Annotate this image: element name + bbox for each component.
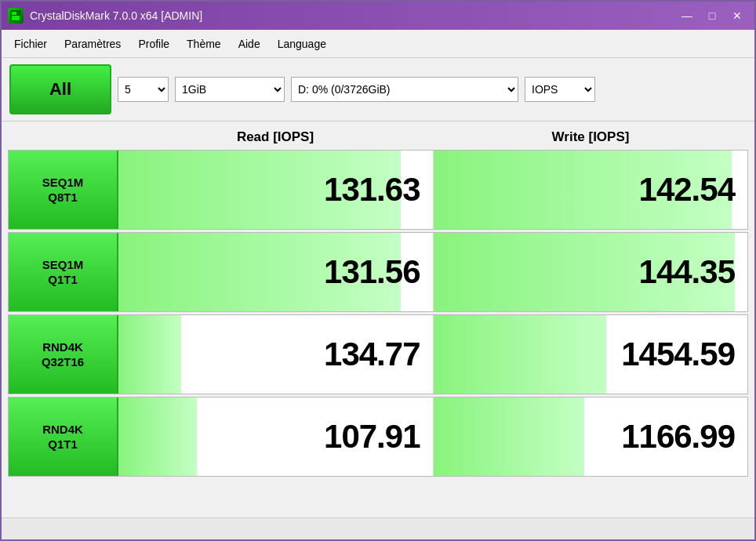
read-bar-2: [118, 315, 181, 394]
data-rows-container: SEQ1MQ8T1 131.63 142.54 SEQ1MQ1T1 131.56…: [8, 150, 748, 479]
row-label-0: SEQ1MQ8T1: [9, 151, 118, 229]
svg-rect-2: [12, 12, 16, 15]
write-cell-3: 1166.99: [434, 398, 748, 476]
menu-profile[interactable]: Profile: [130, 34, 177, 53]
window-title: CrystalDiskMark 7.0.0 x64 [ADMIN]: [30, 9, 202, 22]
read-cell-2: 134.77: [118, 315, 434, 394]
write-value-0: 142.54: [639, 171, 735, 209]
data-row: SEQ1MQ8T1 131.63 142.54: [8, 150, 748, 230]
minimize-button[interactable]: —: [676, 7, 698, 24]
toolbar: All 5 1GiB D: 0% (0/3726GiB) IOPS: [2, 58, 754, 122]
read-value-0: 131.63: [324, 171, 420, 209]
data-row: RND4KQ32T16 134.77 1454.59: [8, 314, 748, 394]
write-value-2: 1454.59: [621, 336, 735, 373]
maximize-button[interactable]: □: [701, 7, 723, 24]
row-label-1: SEQ1MQ1T1: [9, 233, 118, 311]
write-cell-1: 144.35: [434, 233, 748, 311]
all-button[interactable]: All: [9, 64, 111, 114]
title-bar-controls: — □ ✕: [676, 7, 748, 24]
read-value-1: 131.56: [324, 253, 420, 291]
write-value-1: 144.35: [639, 253, 735, 291]
menu-parametres[interactable]: Paramètres: [56, 34, 129, 53]
svg-rect-1: [12, 16, 20, 20]
write-cell-2: 1454.59: [434, 315, 748, 394]
drive-select[interactable]: D: 0% (0/3726GiB): [291, 77, 518, 102]
title-bar: CrystalDiskMark 7.0.0 x64 [ADMIN] — □ ✕: [2, 2, 754, 30]
header-write: Write [IOPS]: [433, 126, 748, 148]
data-row: SEQ1MQ1T1 131.56 144.35: [8, 232, 748, 312]
status-bar: [2, 517, 754, 539]
read-cell-0: 131.63: [118, 151, 434, 229]
app-icon: [8, 8, 24, 24]
mode-select[interactable]: IOPS: [525, 77, 595, 102]
size-select[interactable]: 1GiB: [175, 77, 285, 102]
runs-select[interactable]: 5: [118, 77, 169, 102]
read-bar-3: [118, 398, 197, 476]
menu-theme[interactable]: Thème: [179, 34, 229, 53]
write-bar-3: [434, 398, 584, 476]
row-label-2: RND4KQ32T16: [9, 315, 118, 394]
write-value-3: 1166.99: [621, 418, 735, 456]
read-cell-1: 131.56: [118, 233, 434, 311]
content-area: Read [IOPS] Write [IOPS] SEQ1MQ8T1 131.6…: [2, 122, 754, 517]
menu-aide[interactable]: Aide: [231, 34, 268, 53]
read-value-3: 107.91: [324, 418, 420, 456]
close-button[interactable]: ✕: [726, 7, 748, 24]
row-label-3: RND4KQ1T1: [9, 398, 118, 476]
read-cell-3: 107.91: [118, 398, 434, 476]
menu-fichier[interactable]: Fichier: [6, 34, 55, 53]
data-row: RND4KQ1T1 107.91 1166.99: [8, 397, 748, 477]
menu-language[interactable]: Language: [270, 34, 334, 53]
header-spacer: [8, 126, 118, 148]
write-cell-0: 142.54: [434, 151, 748, 229]
write-bar-2: [434, 315, 606, 394]
header-read: Read [IOPS]: [118, 126, 433, 148]
read-value-2: 134.77: [324, 336, 420, 373]
header-row: Read [IOPS] Write [IOPS]: [8, 126, 748, 148]
menu-bar: Fichier Paramètres Profile Thème Aide La…: [2, 30, 754, 58]
app-window: CrystalDiskMark 7.0.0 x64 [ADMIN] — □ ✕ …: [0, 0, 756, 541]
title-bar-left: CrystalDiskMark 7.0.0 x64 [ADMIN]: [8, 8, 202, 24]
